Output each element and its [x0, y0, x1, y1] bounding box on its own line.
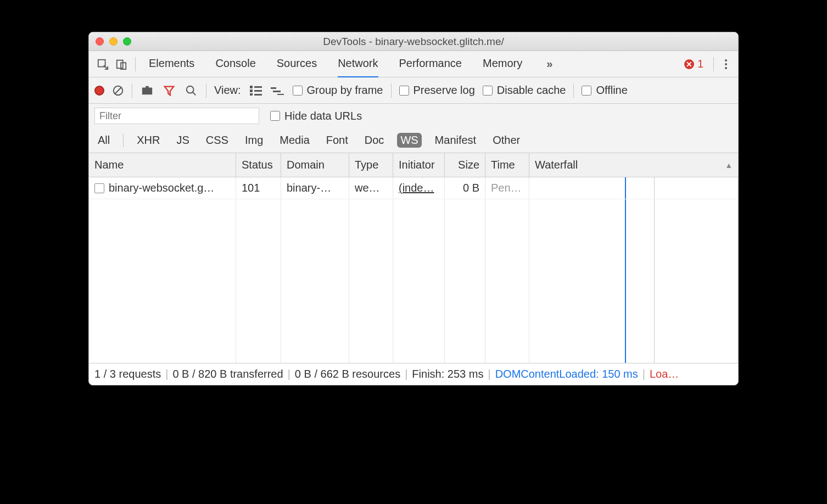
- type-filter-row: All XHR JS CSS Img Media Font Doc WS Man…: [89, 128, 738, 153]
- record-button[interactable]: [94, 86, 104, 96]
- svg-point-7: [187, 86, 194, 93]
- screenshot-icon[interactable]: [140, 83, 154, 98]
- separator: [123, 134, 124, 147]
- window-title: DevTools - binary-websocket.glitch.me/: [89, 36, 738, 48]
- settings-menu-button[interactable]: [718, 59, 734, 69]
- close-window-button[interactable]: [96, 37, 104, 46]
- waterfall-grid-line: [654, 177, 655, 199]
- col-type[interactable]: Type: [349, 153, 393, 177]
- type-css[interactable]: CSS: [203, 133, 232, 148]
- panel-tabbar: Elements Console Sources Network Perform…: [89, 51, 738, 77]
- titlebar: DevTools - binary-websocket.glitch.me/: [89, 32, 738, 51]
- tab-elements[interactable]: Elements: [149, 51, 194, 77]
- panel-tabs: Elements Console Sources Network Perform…: [149, 51, 684, 77]
- status-requests: 1 / 3 requests: [94, 368, 161, 380]
- type-ws[interactable]: WS: [397, 133, 421, 148]
- zoom-window-button[interactable]: [123, 37, 131, 46]
- separator: [713, 57, 714, 71]
- grid-column-lines: [89, 199, 738, 363]
- svg-line-8: [193, 92, 196, 95]
- svg-rect-15: [271, 87, 276, 89]
- tab-performance[interactable]: Performance: [399, 51, 462, 77]
- cell-status: 101: [236, 177, 281, 199]
- waterfall-dcl-marker: [625, 177, 626, 199]
- separator: [573, 83, 574, 98]
- offline-checkbox[interactable]: Offline: [582, 84, 627, 97]
- type-img[interactable]: Img: [242, 133, 266, 148]
- status-load: Loa…: [650, 368, 679, 380]
- status-resources: 0 B / 662 B resources: [295, 368, 400, 380]
- col-status[interactable]: Status: [236, 153, 281, 177]
- svg-rect-17: [277, 94, 284, 95]
- minimize-window-button[interactable]: [109, 37, 118, 46]
- filter-row: Hide data URLs: [89, 104, 738, 128]
- search-icon[interactable]: [184, 83, 198, 98]
- col-time[interactable]: Time: [485, 153, 529, 177]
- cell-size: 0 B: [445, 177, 485, 199]
- inspect-element-icon[interactable]: [93, 55, 112, 74]
- col-name[interactable]: Name: [89, 153, 236, 177]
- grid-header: Name Status Domain Type Initiator Size T…: [89, 153, 738, 177]
- group-by-frame-checkbox[interactable]: Group by frame: [293, 84, 383, 97]
- svg-rect-14: [254, 94, 262, 96]
- separator: [132, 83, 132, 98]
- type-other[interactable]: Other: [489, 133, 523, 148]
- error-count-number: 1: [697, 58, 703, 70]
- col-waterfall[interactable]: Waterfall▲: [529, 153, 738, 177]
- hide-data-urls-checkbox[interactable]: Hide data URLs: [270, 110, 362, 122]
- col-size[interactable]: Size: [445, 153, 485, 177]
- svg-rect-10: [254, 86, 262, 88]
- waterfall-dcl-line: [625, 199, 626, 363]
- type-all[interactable]: All: [94, 133, 113, 148]
- svg-rect-16: [273, 91, 281, 92]
- device-toolbar-icon[interactable]: [112, 55, 131, 74]
- error-count[interactable]: ✕ 1: [684, 58, 703, 70]
- type-doc[interactable]: Doc: [361, 133, 388, 148]
- cell-domain: binary-…: [281, 177, 349, 199]
- sort-asc-icon: ▲: [725, 161, 733, 170]
- more-tabs-button[interactable]: »: [543, 58, 556, 70]
- grid-body: binary-websocket.g… 101 binary-… we… (in…: [89, 177, 738, 363]
- large-rows-icon[interactable]: [249, 83, 263, 98]
- separator: [206, 83, 206, 98]
- status-dcl: DOMContentLoaded: 150 ms: [495, 368, 638, 380]
- col-domain[interactable]: Domain: [281, 153, 349, 177]
- status-finish: Finish: 253 ms: [412, 368, 483, 380]
- svg-rect-11: [250, 89, 253, 92]
- type-manifest[interactable]: Manifest: [432, 133, 480, 148]
- cell-initiator[interactable]: (inde…: [399, 182, 434, 194]
- svg-rect-5: [142, 87, 152, 94]
- disable-cache-checkbox[interactable]: Disable cache: [483, 84, 566, 97]
- cell-type: we…: [349, 177, 393, 199]
- svg-rect-9: [250, 86, 253, 88]
- svg-line-4: [115, 87, 122, 94]
- type-js[interactable]: JS: [173, 133, 192, 148]
- table-row[interactable]: binary-websocket.g… 101 binary-… we… (in…: [89, 177, 738, 199]
- tab-memory[interactable]: Memory: [483, 51, 522, 77]
- cell-name: binary-websocket.g…: [109, 182, 214, 194]
- tab-console[interactable]: Console: [215, 51, 255, 77]
- preserve-log-checkbox[interactable]: Preserve log: [399, 84, 475, 97]
- svg-rect-6: [146, 86, 149, 88]
- type-media[interactable]: Media: [276, 133, 312, 148]
- status-transferred: 0 B / 820 B transferred: [172, 368, 283, 380]
- overview-icon[interactable]: [271, 83, 285, 98]
- svg-rect-13: [250, 93, 253, 96]
- clear-button[interactable]: [112, 85, 124, 97]
- tab-network[interactable]: Network: [338, 51, 378, 77]
- cell-time: Pen…: [491, 182, 522, 194]
- type-font[interactable]: Font: [323, 133, 351, 148]
- cell-waterfall: [529, 177, 738, 199]
- network-toolbar: View: Group by frame Preserve log Disabl…: [89, 77, 738, 104]
- filter-input[interactable]: [94, 108, 259, 124]
- separator: [135, 57, 136, 71]
- svg-rect-1: [117, 60, 123, 68]
- col-initiator[interactable]: Initiator: [393, 153, 445, 177]
- error-icon: ✕: [684, 59, 694, 69]
- status-bar: 1 / 3 requests| 0 B / 820 B transferred|…: [89, 363, 738, 385]
- filter-icon[interactable]: [162, 83, 176, 98]
- tab-sources[interactable]: Sources: [277, 51, 317, 77]
- view-label: View:: [214, 84, 241, 97]
- devtools-window: DevTools - binary-websocket.glitch.me/ E…: [88, 32, 739, 385]
- type-xhr[interactable]: XHR: [133, 133, 163, 148]
